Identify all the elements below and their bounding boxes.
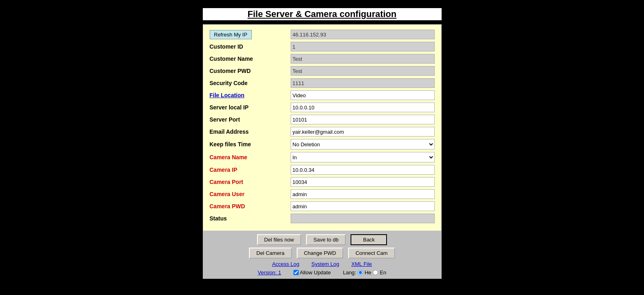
my-ip-field	[291, 30, 435, 39]
camera-port-label: Camera Port	[210, 179, 291, 185]
security-code-input	[291, 78, 435, 88]
camera-name-label: Camera Name	[210, 154, 291, 160]
buttons-container: Del files now Save to db Back Del Camera…	[203, 231, 442, 279]
camera-pwd-input[interactable]	[291, 201, 435, 211]
del-camera-button[interactable]: Del Camera	[249, 248, 291, 259]
back-button[interactable]: Back	[351, 234, 387, 245]
camera-user-input[interactable]	[291, 189, 435, 199]
customer-id-label: Customer ID	[210, 43, 291, 50]
customer-name-input	[291, 54, 435, 64]
lang-section: Lang: He En	[343, 269, 386, 276]
email-address-label: Email Address	[210, 128, 291, 135]
camera-port-input[interactable]	[291, 177, 435, 187]
save-to-db-button[interactable]: Save to db	[306, 234, 346, 245]
status-label: Status	[210, 215, 291, 222]
status-input	[291, 214, 435, 223]
security-code-label: Security Code	[210, 80, 291, 86]
change-pwd-button[interactable]: Change PWD	[297, 248, 343, 259]
email-address-input[interactable]	[291, 127, 435, 137]
customer-pwd-input	[291, 66, 435, 76]
connect-cam-button[interactable]: Connect Cam	[348, 248, 395, 259]
customer-id-input	[291, 42, 435, 51]
camera-ip-label: Camera IP	[210, 167, 291, 173]
del-files-now-button[interactable]: Del files now	[257, 234, 302, 245]
camera-pwd-label: Camera PWD	[210, 203, 291, 209]
allow-update-checkbox[interactable]	[293, 270, 299, 275]
server-local-ip-input[interactable]	[291, 103, 435, 112]
page-title: File Server & Camera configuration	[203, 4, 442, 24]
xml-file-link[interactable]: XML File	[351, 261, 372, 267]
lang-he-radio[interactable]	[358, 270, 363, 275]
server-port-label: Server Port	[210, 116, 291, 123]
file-location-link[interactable]: File Location	[210, 92, 291, 98]
customer-pwd-label: Customer PWD	[210, 68, 291, 74]
keep-files-select[interactable]: No Deletion1 Day3 Days7 Days30 Days	[291, 139, 435, 150]
system-log-link[interactable]: System Log	[311, 261, 339, 267]
keep-files-label: Keep files Time	[210, 141, 291, 148]
file-location-input[interactable]	[291, 90, 435, 100]
access-log-link[interactable]: Access Log	[272, 261, 299, 267]
version-link[interactable]: Version: 1	[258, 269, 281, 276]
camera-user-label: Camera User	[210, 191, 291, 197]
customer-name-label: Customer Name	[210, 56, 291, 62]
camera-ip-input[interactable]	[291, 165, 435, 175]
server-local-ip-label: Server local IP	[210, 104, 291, 111]
lang-en-radio[interactable]	[373, 270, 378, 275]
server-port-input[interactable]	[291, 115, 435, 124]
refresh-my-ip-button[interactable]: Refresh My IP	[210, 30, 252, 39]
main-form: Refresh My IP Customer ID Customer Name …	[203, 24, 442, 231]
camera-name-select[interactable]: InOutFrontBack	[291, 152, 435, 162]
allow-update-label: Allow Update	[293, 269, 331, 276]
